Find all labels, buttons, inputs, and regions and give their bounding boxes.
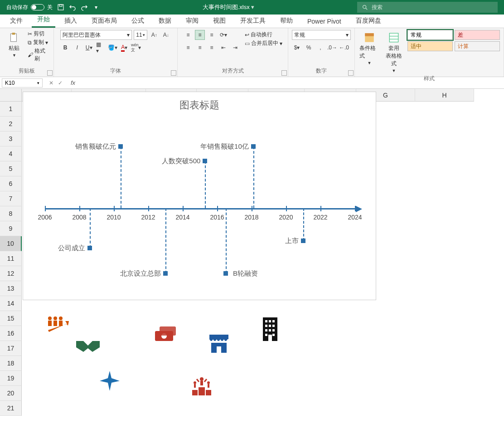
- number-launcher[interactable]: [348, 70, 354, 76]
- qat-more-icon[interactable]: ▾: [92, 4, 100, 11]
- font-size-combo[interactable]: 11▾: [134, 30, 147, 40]
- row-header[interactable]: 2: [0, 117, 22, 131]
- undo-icon[interactable]: [69, 4, 76, 11]
- row-header[interactable]: 18: [0, 356, 22, 371]
- grid-area[interactable]: ABCDEFGH 图表标题 20062008201020122014201620…: [22, 89, 504, 448]
- format-as-table-button[interactable]: 套用 表格格式▼: [383, 30, 405, 75]
- airplane-icon[interactable]: [99, 370, 121, 393]
- row-header[interactable]: 8: [0, 206, 22, 221]
- cancel-formula-icon[interactable]: ✕: [49, 80, 53, 86]
- align-middle-button[interactable]: ≡: [195, 30, 205, 40]
- phonetic-button[interactable]: wén文▾: [131, 43, 141, 53]
- dec-decimal-button[interactable]: ←.0: [339, 43, 349, 53]
- style-good[interactable]: 适中: [407, 41, 453, 51]
- store-icon[interactable]: [208, 334, 229, 355]
- tab-powerpivot[interactable]: Power Pivot: [302, 15, 347, 28]
- handshake-icon[interactable]: [75, 338, 101, 355]
- fill-color-button[interactable]: 🪣▾: [107, 43, 117, 53]
- border-button[interactable]: ▦ ▾: [96, 43, 106, 53]
- tab-home[interactable]: 开始: [32, 13, 55, 28]
- percent-button[interactable]: %: [304, 43, 314, 53]
- row-header[interactable]: 1: [0, 102, 22, 117]
- svg-rect-4: [12, 33, 15, 34]
- comma-button[interactable]: ,: [315, 43, 325, 53]
- copy-button[interactable]: ⧉复制 ▾: [28, 39, 50, 46]
- increase-font-button[interactable]: A↑: [149, 30, 159, 40]
- alignment-launcher[interactable]: [281, 70, 287, 76]
- money-icon[interactable]: [153, 325, 178, 344]
- podium-icon[interactable]: [190, 376, 213, 398]
- format-painter-button[interactable]: 🖌格式刷: [28, 47, 50, 63]
- conditional-format-button[interactable]: 条件格式▼: [359, 30, 380, 67]
- svg-rect-41: [199, 387, 205, 395]
- tab-data[interactable]: 数据: [153, 14, 177, 28]
- orientation-button[interactable]: ⟳▾: [218, 30, 228, 40]
- autosave-toggle[interactable]: 自动保存 关: [6, 4, 53, 11]
- paste-button[interactable]: 粘贴 ▼: [4, 30, 25, 59]
- bold-button[interactable]: B: [60, 43, 70, 53]
- row-header[interactable]: 21: [0, 401, 22, 416]
- tab-developer[interactable]: 开发工具: [235, 14, 271, 28]
- row-header[interactable]: 3: [0, 131, 22, 146]
- align-left-button[interactable]: ≡: [183, 43, 193, 53]
- inc-decimal-button[interactable]: .0→: [327, 43, 337, 53]
- row-header[interactable]: 5: [0, 161, 22, 176]
- cut-button[interactable]: ✂剪切: [28, 30, 50, 38]
- align-bottom-button[interactable]: ≡: [207, 30, 217, 40]
- underline-button[interactable]: U ▾: [84, 43, 94, 53]
- wrap-text-button[interactable]: ↩自动换行: [245, 31, 282, 39]
- indent-dec-button[interactable]: ⇤: [218, 43, 228, 53]
- align-top-button[interactable]: ≡: [183, 30, 193, 40]
- align-right-button[interactable]: ≡: [207, 43, 217, 53]
- search-input[interactable]: 搜索: [357, 2, 498, 13]
- row-header[interactable]: 4: [0, 146, 22, 161]
- fx-icon[interactable]: fx: [67, 79, 79, 86]
- italic-button[interactable]: I: [72, 43, 82, 53]
- accounting-button[interactable]: $▾: [292, 43, 302, 53]
- row-header[interactable]: 6: [0, 176, 22, 191]
- people-growth-icon[interactable]: [45, 315, 70, 336]
- tab-baidu[interactable]: 百度网盘: [350, 14, 387, 28]
- align-center-button[interactable]: ≡: [195, 43, 205, 53]
- style-calc[interactable]: 计算: [455, 41, 500, 51]
- save-icon[interactable]: [57, 4, 64, 11]
- row-header[interactable]: 19: [0, 371, 22, 386]
- style-bad[interactable]: 差: [455, 30, 500, 40]
- number-format-combo[interactable]: 常规▾: [292, 30, 351, 40]
- row-header[interactable]: 9: [0, 221, 22, 236]
- redo-icon[interactable]: [81, 4, 88, 11]
- tab-formulas[interactable]: 公式: [126, 14, 150, 28]
- enter-formula-icon[interactable]: ✓: [58, 80, 63, 86]
- tab-insert[interactable]: 插入: [59, 14, 82, 28]
- merge-center-button[interactable]: ▭合并后居中 ▾: [245, 39, 282, 47]
- tab-file[interactable]: 文件: [5, 14, 28, 28]
- event-label: 年销售额破10亿: [200, 142, 249, 151]
- font-launcher[interactable]: [171, 70, 176, 76]
- row-header[interactable]: 11: [0, 251, 22, 266]
- tab-review[interactable]: 审阅: [180, 14, 204, 28]
- timeline-chart[interactable]: 图表标题 20062008201020122014201620182020202…: [23, 92, 376, 300]
- row-header[interactable]: 16: [0, 326, 22, 341]
- column-header[interactable]: H: [415, 89, 474, 102]
- row-header[interactable]: 15: [0, 311, 22, 326]
- name-box[interactable]: K10▾: [2, 78, 43, 88]
- indent-inc-button[interactable]: ⇥: [230, 43, 240, 53]
- event-marker: [163, 271, 168, 276]
- font-color-button[interactable]: A▾: [119, 43, 129, 53]
- style-normal[interactable]: 常规: [407, 30, 453, 40]
- row-header[interactable]: 14: [0, 296, 22, 311]
- row-header[interactable]: 12: [0, 266, 22, 281]
- row-header[interactable]: 20: [0, 386, 22, 401]
- row-header[interactable]: 13: [0, 281, 22, 296]
- tab-page-layout[interactable]: 页面布局: [86, 14, 122, 28]
- row-header[interactable]: 17: [0, 341, 22, 356]
- clipboard-launcher[interactable]: [47, 70, 53, 76]
- row-header[interactable]: 10: [0, 236, 22, 251]
- row-header[interactable]: 7: [0, 191, 22, 206]
- tab-help[interactable]: 帮助: [275, 14, 298, 28]
- font-name-combo[interactable]: 阿里巴巴普惠体▾: [60, 30, 132, 40]
- building-icon[interactable]: [262, 317, 278, 343]
- select-all-corner[interactable]: [0, 89, 22, 102]
- decrease-font-button[interactable]: A↓: [161, 30, 171, 40]
- tab-view[interactable]: 视图: [208, 14, 231, 28]
